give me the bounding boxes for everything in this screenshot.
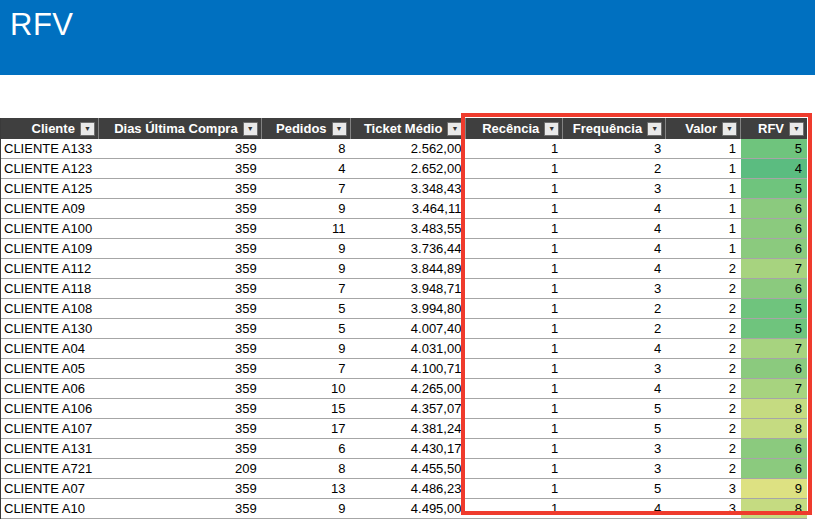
cell-ticket-medio[interactable]: 4.430,17 [351, 439, 467, 459]
cell-cliente[interactable]: CLIENTE A04 [1, 339, 99, 359]
cell-valor[interactable]: 2 [666, 259, 741, 279]
cell-cliente[interactable]: CLIENTE A108 [1, 299, 99, 319]
cell-dias-ultima-compra[interactable]: 359 [99, 259, 262, 279]
cell-dias-ultima-compra[interactable]: 359 [99, 419, 262, 439]
cell-valor[interactable]: 3 [666, 479, 741, 499]
cell-cliente[interactable]: CLIENTE A107 [1, 419, 99, 439]
cell-pedidos[interactable]: 10 [262, 379, 351, 399]
cell-dias-ultima-compra[interactable]: 359 [99, 279, 262, 299]
cell-pedidos[interactable]: 8 [262, 139, 351, 159]
cell-rfv[interactable]: 4 [741, 159, 807, 179]
cell-recencia[interactable]: 1 [466, 139, 563, 159]
cell-recencia[interactable]: 1 [466, 439, 563, 459]
cell-pedidos[interactable]: 5 [262, 299, 351, 319]
cell-valor[interactable]: 2 [666, 339, 741, 359]
cell-ticket-medio[interactable]: 2.652,00 [351, 159, 467, 179]
cell-recencia[interactable]: 1 [466, 299, 563, 319]
cell-rfv[interactable]: 5 [741, 179, 807, 199]
cell-ticket-medio[interactable]: 4.100,71 [351, 359, 467, 379]
cell-valor[interactable]: 2 [666, 439, 741, 459]
filter-button-recencia[interactable]: ▼ [544, 122, 559, 136]
cell-valor[interactable]: 3 [666, 499, 741, 519]
cell-pedidos[interactable]: 9 [262, 199, 351, 219]
cell-ticket-medio[interactable]: 3.994,80 [351, 299, 467, 319]
cell-valor[interactable]: 2 [666, 279, 741, 299]
cell-recencia[interactable]: 1 [466, 379, 563, 399]
cell-ticket-medio[interactable]: 4.455,50 [351, 459, 467, 479]
cell-recencia[interactable]: 1 [466, 479, 563, 499]
cell-ticket-medio[interactable]: 4.265,00 [351, 379, 467, 399]
cell-rfv[interactable]: 6 [741, 199, 807, 219]
cell-pedidos[interactable]: 8 [262, 459, 351, 479]
cell-frequencia[interactable]: 2 [563, 159, 666, 179]
cell-rfv[interactable]: 8 [741, 419, 807, 439]
cell-rfv[interactable]: 5 [741, 299, 807, 319]
cell-dias-ultima-compra[interactable]: 359 [99, 199, 262, 219]
cell-cliente[interactable]: CLIENTE A133 [1, 139, 99, 159]
cell-pedidos[interactable]: 7 [262, 179, 351, 199]
cell-frequencia[interactable]: 2 [563, 299, 666, 319]
cell-rfv[interactable]: 7 [741, 339, 807, 359]
cell-recencia[interactable]: 1 [466, 459, 563, 479]
cell-recencia[interactable]: 1 [466, 319, 563, 339]
cell-recencia[interactable]: 1 [466, 339, 563, 359]
cell-recencia[interactable]: 1 [466, 359, 563, 379]
cell-rfv[interactable]: 6 [741, 279, 807, 299]
cell-valor[interactable]: 1 [666, 139, 741, 159]
cell-rfv[interactable]: 6 [741, 459, 807, 479]
cell-dias-ultima-compra[interactable]: 359 [99, 219, 262, 239]
cell-recencia[interactable]: 1 [466, 239, 563, 259]
cell-pedidos[interactable]: 6 [262, 439, 351, 459]
cell-valor[interactable]: 1 [666, 159, 741, 179]
cell-cliente[interactable]: CLIENTE A07 [1, 479, 99, 499]
cell-dias-ultima-compra[interactable]: 359 [99, 299, 262, 319]
cell-frequencia[interactable]: 5 [563, 419, 666, 439]
filter-button-valor[interactable]: ▼ [722, 122, 737, 136]
filter-button-pedidos[interactable]: ▼ [332, 122, 347, 136]
cell-cliente[interactable]: CLIENTE A131 [1, 439, 99, 459]
cell-cliente[interactable]: CLIENTE A130 [1, 319, 99, 339]
cell-dias-ultima-compra[interactable]: 359 [99, 499, 262, 519]
cell-rfv[interactable]: 7 [741, 259, 807, 279]
cell-rfv[interactable]: 8 [741, 499, 807, 519]
cell-rfv[interactable]: 5 [741, 319, 807, 339]
cell-dias-ultima-compra[interactable]: 359 [99, 439, 262, 459]
cell-frequencia[interactable]: 4 [563, 239, 666, 259]
cell-frequencia[interactable]: 3 [563, 179, 666, 199]
cell-cliente[interactable]: CLIENTE A106 [1, 399, 99, 419]
cell-pedidos[interactable]: 9 [262, 259, 351, 279]
cell-frequencia[interactable]: 4 [563, 219, 666, 239]
cell-rfv[interactable]: 6 [741, 359, 807, 379]
cell-frequencia[interactable]: 4 [563, 199, 666, 219]
cell-pedidos[interactable]: 17 [262, 419, 351, 439]
cell-ticket-medio[interactable]: 4.495,00 [351, 499, 467, 519]
cell-rfv[interactable]: 5 [741, 139, 807, 159]
cell-pedidos[interactable]: 13 [262, 479, 351, 499]
cell-frequencia[interactable]: 5 [563, 479, 666, 499]
cell-recencia[interactable]: 1 [466, 499, 563, 519]
cell-frequencia[interactable]: 4 [563, 259, 666, 279]
cell-frequencia[interactable]: 3 [563, 359, 666, 379]
cell-dias-ultima-compra[interactable]: 359 [99, 399, 262, 419]
cell-dias-ultima-compra[interactable]: 359 [99, 179, 262, 199]
cell-rfv[interactable]: 6 [741, 219, 807, 239]
cell-cliente[interactable]: CLIENTE A06 [1, 379, 99, 399]
cell-recencia[interactable]: 1 [466, 419, 563, 439]
cell-ticket-medio[interactable]: 3.844,89 [351, 259, 467, 279]
cell-ticket-medio[interactable]: 4.357,07 [351, 399, 467, 419]
cell-recencia[interactable]: 1 [466, 399, 563, 419]
cell-frequencia[interactable]: 4 [563, 379, 666, 399]
cell-frequencia[interactable]: 4 [563, 339, 666, 359]
cell-pedidos[interactable]: 9 [262, 499, 351, 519]
cell-valor[interactable]: 2 [666, 379, 741, 399]
cell-cliente[interactable]: CLIENTE A100 [1, 219, 99, 239]
cell-valor[interactable]: 1 [666, 199, 741, 219]
cell-valor[interactable]: 2 [666, 359, 741, 379]
cell-pedidos[interactable]: 9 [262, 339, 351, 359]
cell-valor[interactable]: 1 [666, 239, 741, 259]
cell-ticket-medio[interactable]: 2.562,00 [351, 139, 467, 159]
cell-dias-ultima-compra[interactable]: 359 [99, 159, 262, 179]
cell-ticket-medio[interactable]: 3.464,11 [351, 199, 467, 219]
cell-valor[interactable]: 2 [666, 319, 741, 339]
cell-ticket-medio[interactable]: 3.483,55 [351, 219, 467, 239]
